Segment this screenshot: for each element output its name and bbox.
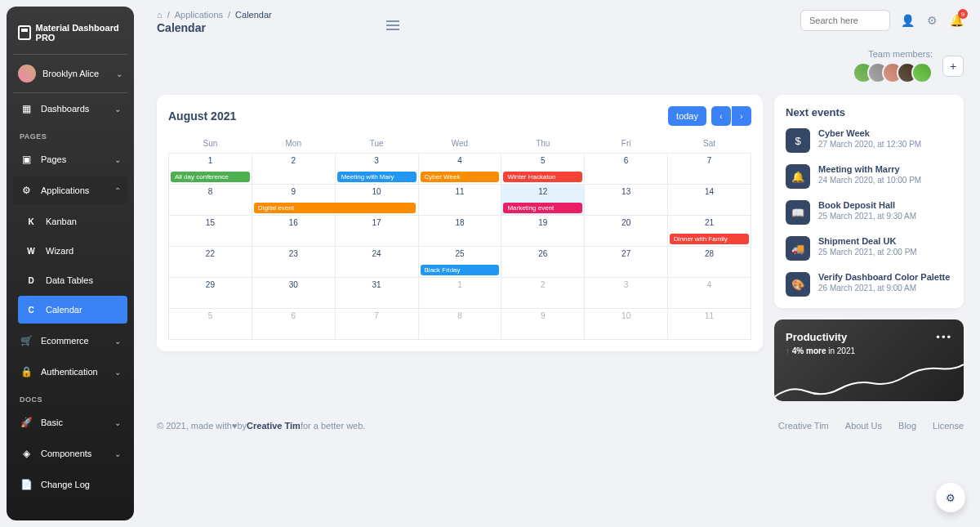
day-cell[interactable]: 27 xyxy=(585,247,668,278)
bell-icon: 🔔 xyxy=(786,164,810,189)
day-cell[interactable]: 11 xyxy=(668,309,751,340)
sidebar-item-wizard[interactable]: W Wizard xyxy=(18,237,127,265)
menu-toggle[interactable] xyxy=(386,18,399,33)
day-cell[interactable]: 25Black Friday xyxy=(418,247,501,278)
day-cell[interactable]: 16 xyxy=(252,216,335,247)
footer-link[interactable]: License xyxy=(933,421,964,431)
footer-link[interactable]: Blog xyxy=(898,421,916,431)
day-cell[interactable]: 28 xyxy=(668,247,751,278)
notifications-icon[interactable]: 🔔9 xyxy=(949,13,964,28)
avatar xyxy=(18,65,36,83)
day-cell[interactable]: 26 xyxy=(501,247,585,278)
day-cell[interactable]: 9 xyxy=(501,309,585,340)
event-item[interactable]: 📖 Book Deposit Hall25 March 2021, at 9:3… xyxy=(786,200,952,225)
sidebar-item-basic[interactable]: 🚀 Basic ⌄ xyxy=(13,409,127,436)
day-cell[interactable]: 3 xyxy=(585,278,668,309)
breadcrumb-applications[interactable]: Applications xyxy=(175,10,223,20)
day-header: Tue xyxy=(335,134,418,154)
settings-icon[interactable]: ⚙ xyxy=(924,13,939,28)
sidebar-item-changelog[interactable]: 📄 Change Log xyxy=(13,471,127,498)
event-blackfriday[interactable]: Black Friday xyxy=(421,265,500,275)
sidebar-item-applications[interactable]: ⚙ Applications ⌃ xyxy=(13,176,127,204)
settings-fab[interactable]: ⚙ xyxy=(936,483,965,512)
chevron-down-icon: ⌄ xyxy=(116,69,122,78)
day-cell[interactable]: 4 xyxy=(668,278,751,309)
day-cell[interactable]: 1 xyxy=(418,278,501,309)
day-cell[interactable]: 30 xyxy=(252,278,335,309)
calendar-grid: Sun Mon Tue Wed Thu Fri Sat 1All day con… xyxy=(168,134,751,340)
brand-logo[interactable]: Material Dashboard PRO xyxy=(13,16,127,55)
sidebar-item-kanban[interactable]: K Kanban xyxy=(18,208,127,235)
day-cell[interactable]: 14 xyxy=(668,185,751,216)
event-marketing[interactable]: Marketing event xyxy=(503,203,582,213)
event-item[interactable]: 🔔 Meeting with Marry24 March 2020, at 10… xyxy=(786,164,952,189)
sidebar-item-ecommerce[interactable]: 🛒 Ecommerce ⌄ xyxy=(13,327,127,355)
day-cell[interactable]: 24 xyxy=(335,247,418,278)
add-member-button[interactable]: + xyxy=(942,56,964,77)
home-icon[interactable]: ⌂ xyxy=(157,10,163,20)
day-cell[interactable]: 3Meeting with Mary xyxy=(335,154,418,185)
event-winter[interactable]: Winter Hackaton xyxy=(503,172,582,182)
footer-link[interactable]: Creative Tim xyxy=(778,421,829,431)
truck-icon: 🚚 xyxy=(786,236,810,261)
book-icon: 📖 xyxy=(786,200,810,225)
account-icon[interactable]: 👤 xyxy=(900,13,915,28)
day-cell[interactable]: 12Marketing event xyxy=(501,185,585,216)
sidebar-item-components[interactable]: ◈ Components ⌄ xyxy=(13,440,127,467)
day-cell[interactable]: 2 xyxy=(252,154,335,185)
day-cell[interactable]: 29 xyxy=(169,278,252,309)
event-allday[interactable]: All day conference xyxy=(171,172,250,182)
day-cell[interactable]: 7 xyxy=(668,154,751,185)
event-cyber[interactable]: Cyber Week xyxy=(421,172,500,182)
sidebar-user[interactable]: Brooklyn Alice ⌄ xyxy=(13,55,127,93)
day-cell[interactable]: 5Winter Hackaton xyxy=(501,154,585,185)
day-cell[interactable]: 8 xyxy=(169,185,252,216)
day-cell[interactable]: 9Digital event xyxy=(252,185,335,216)
day-cell[interactable]: 22 xyxy=(169,247,252,278)
day-cell[interactable]: 17 xyxy=(335,216,418,247)
day-cell[interactable]: 6 xyxy=(585,154,668,185)
event-item[interactable]: 🎨 Verify Dashboard Color Palette26 March… xyxy=(786,272,952,297)
today-button[interactable]: today xyxy=(668,106,706,126)
next-button[interactable]: › xyxy=(732,106,751,126)
day-cell[interactable]: 19 xyxy=(501,216,585,247)
event-meeting[interactable]: Meeting with Mary xyxy=(337,172,416,182)
chevron-down-icon: ⌄ xyxy=(114,449,121,458)
day-cell[interactable]: 15 xyxy=(169,216,252,247)
day-cell[interactable]: 7 xyxy=(335,309,418,340)
sidebar-item-datatables[interactable]: D Data Tables xyxy=(18,266,127,294)
day-cell[interactable]: 31 xyxy=(335,278,418,309)
event-date: 26 March 2021, at 9:00 AM xyxy=(818,284,950,293)
day-cell[interactable]: 1All day conference xyxy=(169,154,252,185)
chevron-down-icon: ⌄ xyxy=(114,368,121,377)
section-pages: PAGES xyxy=(13,124,127,144)
sidebar-item-pages[interactable]: ▣ Pages ⌄ xyxy=(13,145,127,173)
page-title: Calendar xyxy=(157,21,272,34)
day-cell[interactable]: 5 xyxy=(169,309,252,340)
day-cell[interactable]: 18 xyxy=(418,216,501,247)
search-input[interactable] xyxy=(800,10,890,31)
more-icon[interactable]: ••• xyxy=(936,331,952,343)
day-cell[interactable]: 21Dinner with Family xyxy=(668,216,751,247)
footer-link[interactable]: About Us xyxy=(845,421,882,431)
sidebar-item-authentication[interactable]: 🔒 Authentication ⌄ xyxy=(13,358,127,386)
sidebar-item-label: Calendar xyxy=(46,305,121,315)
sidebar-item-calendar[interactable]: C Calendar xyxy=(18,296,127,324)
day-cell[interactable]: 8 xyxy=(418,309,501,340)
day-cell[interactable]: 6 xyxy=(252,309,335,340)
day-cell[interactable]: 4Cyber Week xyxy=(418,154,501,185)
event-item[interactable]: 🚚 Shipment Deal UK25 March 2021, at 2:00… xyxy=(786,236,952,261)
sidebar-item-dashboards[interactable]: ▦ Dashboards ⌄ xyxy=(13,95,127,123)
prev-button[interactable]: ‹ xyxy=(711,106,731,126)
avatar[interactable] xyxy=(911,62,933,83)
event-digital[interactable]: Digital event xyxy=(254,203,416,213)
day-cell[interactable]: 2 xyxy=(501,278,585,309)
day-cell[interactable]: 20 xyxy=(585,216,668,247)
day-cell[interactable]: 23 xyxy=(252,247,335,278)
creative-tim-link[interactable]: Creative Tim xyxy=(247,421,301,431)
event-dinner[interactable]: Dinner with Family xyxy=(670,234,749,244)
day-cell[interactable]: 13 xyxy=(585,185,668,216)
day-cell[interactable]: 10 xyxy=(585,309,668,340)
day-cell[interactable]: 11 xyxy=(418,185,501,216)
event-item[interactable]: $ Cyber Week27 March 2020, at 12:30 PM xyxy=(786,128,952,153)
